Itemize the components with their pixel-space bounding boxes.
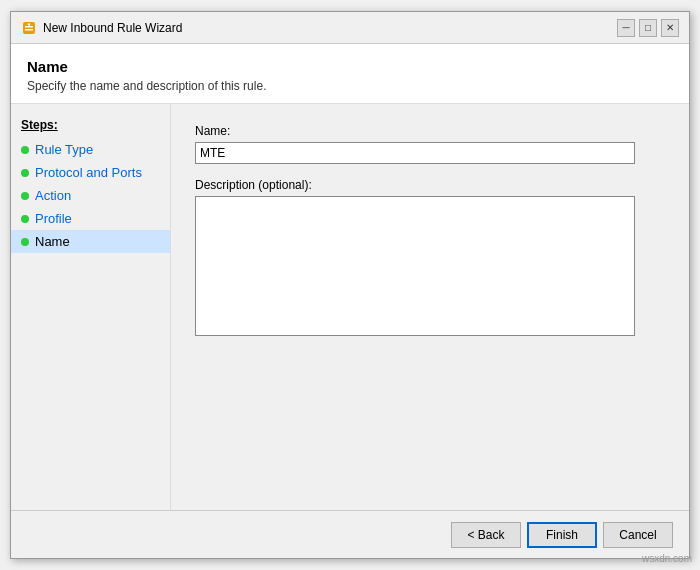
- minimize-button[interactable]: ─: [617, 19, 635, 37]
- sidebar-item-name[interactable]: Name: [11, 230, 170, 253]
- description-label: Description (optional):: [195, 178, 665, 192]
- title-bar-left: New Inbound Rule Wizard: [21, 20, 182, 36]
- name-label: Name:: [195, 124, 665, 138]
- sidebar-item-profile[interactable]: Profile: [11, 207, 170, 230]
- description-textarea[interactable]: [195, 196, 635, 336]
- sidebar-item-rule-type[interactable]: Rule Type: [11, 138, 170, 161]
- wizard-window: New Inbound Rule Wizard ─ □ ✕ Name Speci…: [10, 11, 690, 559]
- title-bar: New Inbound Rule Wizard ─ □ ✕: [11, 12, 689, 44]
- sidebar-item-label: Name: [35, 234, 70, 249]
- page-title: Name: [27, 58, 673, 75]
- title-bar-buttons: ─ □ ✕: [617, 19, 679, 37]
- sidebar-item-label: Protocol and Ports: [35, 165, 142, 180]
- step-indicator-action: [21, 192, 29, 200]
- back-button[interactable]: < Back: [451, 522, 521, 548]
- window-header: Name Specify the name and description of…: [11, 44, 689, 104]
- cancel-button[interactable]: Cancel: [603, 522, 673, 548]
- page-description: Specify the name and description of this…: [27, 79, 673, 93]
- description-form-group: Description (optional):: [195, 178, 665, 339]
- svg-rect-2: [25, 29, 33, 31]
- sidebar-item-label: Rule Type: [35, 142, 93, 157]
- sidebar-title: Steps:: [11, 114, 170, 138]
- close-button[interactable]: ✕: [661, 19, 679, 37]
- sidebar-item-protocol-ports[interactable]: Protocol and Ports: [11, 161, 170, 184]
- window-footer: < Back Finish Cancel: [11, 510, 689, 558]
- sidebar: Steps: Rule Type Protocol and Ports Acti…: [11, 104, 171, 510]
- sidebar-item-label: Action: [35, 188, 71, 203]
- svg-rect-1: [25, 26, 33, 28]
- name-input[interactable]: [195, 142, 635, 164]
- finish-button[interactable]: Finish: [527, 522, 597, 548]
- svg-point-3: [28, 23, 30, 25]
- maximize-button[interactable]: □: [639, 19, 657, 37]
- step-indicator-name: [21, 238, 29, 246]
- window-body: Steps: Rule Type Protocol and Ports Acti…: [11, 104, 689, 510]
- name-form-group: Name:: [195, 124, 665, 164]
- step-indicator-protocol-ports: [21, 169, 29, 177]
- title-text: New Inbound Rule Wizard: [43, 21, 182, 35]
- sidebar-item-label: Profile: [35, 211, 72, 226]
- step-indicator-profile: [21, 215, 29, 223]
- wizard-icon: [21, 20, 37, 36]
- step-indicator-rule-type: [21, 146, 29, 154]
- sidebar-item-action[interactable]: Action: [11, 184, 170, 207]
- main-content: Name: Description (optional):: [171, 104, 689, 510]
